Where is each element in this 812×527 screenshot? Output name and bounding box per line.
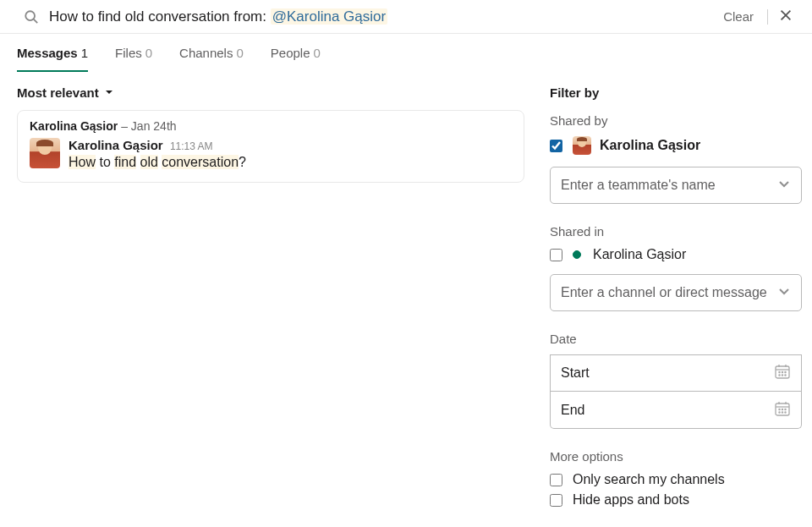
- sort-dropdown[interactable]: Most relevant: [17, 85, 524, 100]
- tab-messages[interactable]: Messages 1: [17, 34, 88, 72]
- chevron-down-icon: [777, 177, 791, 194]
- filter-heading: Filter by: [550, 85, 802, 100]
- result-context-sender: Karolina Gąsior: [30, 119, 118, 133]
- svg-point-21: [779, 411, 780, 412]
- chevron-down-icon: [777, 284, 791, 301]
- date-end-field[interactable]: End: [550, 392, 802, 429]
- tab-count: 0: [145, 46, 152, 60]
- svg-point-20: [785, 409, 786, 409]
- opt-my-channels-label: Only search my channels: [573, 472, 725, 487]
- result-card[interactable]: Karolina Gąsior – Jan 24th Karolina Gąsi…: [17, 110, 524, 183]
- svg-line-1: [34, 19, 38, 23]
- tab-people[interactable]: People 0: [271, 34, 321, 72]
- filter-date-label: Date: [550, 332, 802, 346]
- tab-label: People: [271, 46, 310, 60]
- svg-point-18: [779, 409, 780, 409]
- presence-dot-icon: [573, 250, 581, 259]
- chevron-down-icon: [99, 85, 114, 100]
- result-context-sep: –: [118, 119, 131, 133]
- opt-hide-bots-label: Hide apps and bots: [573, 492, 689, 508]
- tab-count: 1: [81, 46, 88, 60]
- avatar: [573, 136, 591, 155]
- svg-point-9: [782, 371, 782, 372]
- filter-shared-in-checkbox[interactable]: [550, 249, 562, 261]
- tab-label: Files: [115, 46, 142, 60]
- opt-hide-bots-checkbox[interactable]: [550, 494, 562, 507]
- svg-point-8: [779, 371, 780, 372]
- svg-point-10: [785, 371, 786, 372]
- tab-label: Messages: [17, 46, 78, 60]
- opt-my-channels-checkbox[interactable]: [550, 474, 562, 486]
- search-query-text: How to find old conversation from:: [49, 8, 266, 25]
- tab-files[interactable]: Files 0: [115, 34, 152, 72]
- svg-point-0: [25, 11, 35, 20]
- calendar-icon: [774, 400, 791, 420]
- result-text: How to find old conversation?: [69, 155, 246, 170]
- search-mention: @Karolina Gąsior: [271, 8, 387, 25]
- filter-shared-in-name: Karolina Gąsior: [593, 247, 686, 262]
- tab-count: 0: [236, 46, 243, 60]
- teammate-select-placeholder: Enter a teammate's name: [561, 178, 716, 193]
- result-time: 11:13 AM: [170, 140, 213, 152]
- svg-point-23: [785, 411, 786, 412]
- date-start-field[interactable]: Start: [550, 354, 802, 392]
- filter-shared-by-name: Karolina Gąsior: [600, 138, 700, 153]
- sort-label: Most relevant: [17, 85, 99, 100]
- svg-point-22: [782, 411, 782, 412]
- svg-point-19: [782, 409, 782, 409]
- opt-hide-bots-row[interactable]: Hide apps and bots: [550, 492, 802, 508]
- calendar-icon: [774, 363, 791, 383]
- filter-shared-in-row[interactable]: Karolina Gąsior: [550, 247, 802, 262]
- filter-shared-by-checkbox[interactable]: [550, 140, 562, 152]
- opt-my-channels-row[interactable]: Only search my channels: [550, 472, 802, 487]
- close-icon: [778, 8, 793, 25]
- result-tabs: Messages 1 Files 0 Channels 0 People 0: [0, 34, 812, 72]
- search-query[interactable]: How to find old conversation from: @Karo…: [49, 1, 715, 33]
- search-icon: [24, 9, 39, 25]
- filter-shared-by-label: Shared by: [550, 113, 802, 128]
- tab-count: 0: [314, 46, 321, 60]
- tab-channels[interactable]: Channels 0: [179, 34, 244, 72]
- close-button[interactable]: [773, 3, 798, 30]
- channel-select[interactable]: Enter a channel or direct message: [550, 274, 802, 311]
- svg-point-11: [779, 375, 780, 376]
- result-context-date: Jan 24th: [131, 119, 177, 133]
- tab-label: Channels: [179, 46, 233, 60]
- svg-point-13: [785, 375, 786, 376]
- teammate-select[interactable]: Enter a teammate's name: [550, 167, 802, 204]
- clear-button[interactable]: Clear: [715, 1, 762, 33]
- filter-shared-by-row[interactable]: Karolina Gąsior: [550, 136, 802, 155]
- result-sender: Karolina Gąsior: [69, 138, 163, 152]
- divider: [767, 9, 768, 25]
- filter-shared-in-label: Shared in: [550, 224, 802, 239]
- filter-more-label: More options: [550, 449, 802, 464]
- date-end-label: End: [561, 403, 584, 418]
- date-start-label: Start: [561, 365, 590, 381]
- channel-select-placeholder: Enter a channel or direct message: [561, 285, 767, 300]
- result-context: Karolina Gąsior – Jan 24th: [30, 119, 512, 133]
- avatar: [30, 138, 60, 168]
- svg-point-12: [782, 375, 782, 376]
